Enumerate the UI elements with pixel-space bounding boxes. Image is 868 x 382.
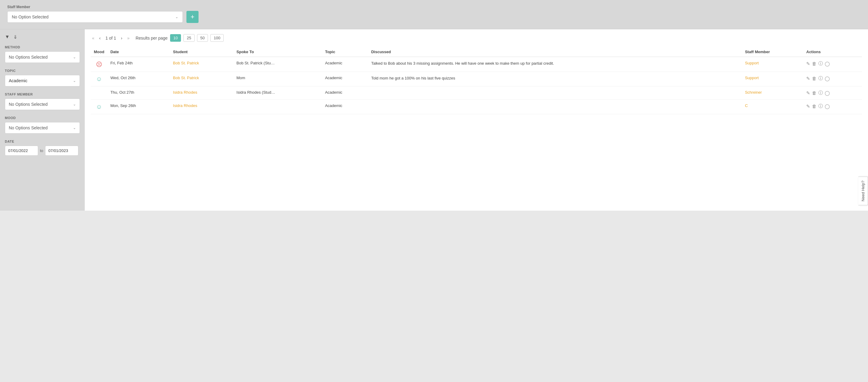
col-spoke-to: Spoke To xyxy=(234,47,322,57)
staff-member-filter: STAFF MEMBER No Options Selected ⌄ xyxy=(5,93,80,110)
mood-placeholder: No Options Selected xyxy=(9,126,48,130)
chevron-down-icon: ⌄ xyxy=(73,126,76,130)
staff-member-select[interactable]: No Option Selected ⌄ xyxy=(7,11,183,23)
mood-cell: ☹ xyxy=(91,57,107,72)
edit-icon[interactable]: ✎ xyxy=(806,104,810,109)
spoke-to-cell: Bob St. Patrick (Stu… xyxy=(234,57,322,72)
contacts-table: Mood Date Student Spoke To Topic Discuss… xyxy=(91,47,862,114)
chevron-down-icon: ⌄ xyxy=(73,102,76,106)
spoke-to-cell: Isidra Rhodes (Stud… xyxy=(234,86,322,100)
chevron-down-icon: ⌄ xyxy=(73,78,76,83)
delete-icon[interactable]: 🗑 xyxy=(812,104,816,109)
topic-cell: Academic xyxy=(322,100,368,114)
download-icon[interactable]: ⇓ xyxy=(13,34,17,40)
add-button[interactable]: + xyxy=(186,11,198,23)
staff-member-link[interactable]: Support xyxy=(745,75,759,80)
need-help-label: Need Help? xyxy=(861,181,865,202)
topic-cell: Academic xyxy=(322,57,368,72)
date-filter: DATE to xyxy=(5,140,80,155)
chevron-down-icon: ⌄ xyxy=(73,55,76,59)
discussed-cell xyxy=(368,86,742,100)
student-cell: Bob St. Patrick xyxy=(170,72,234,86)
staff-member-filter-select[interactable]: No Options Selected ⌄ xyxy=(5,99,80,110)
col-topic: Topic xyxy=(322,47,368,57)
delete-icon[interactable]: 🗑 xyxy=(812,61,816,66)
delete-icon[interactable]: 🗑 xyxy=(812,90,816,96)
info-icon[interactable]: ⓘ xyxy=(818,90,823,96)
col-student: Student xyxy=(170,47,234,57)
info-icon[interactable]: ⓘ xyxy=(818,61,823,67)
content-area: « ‹ 1 of 1 › » Results per page 10 25 50… xyxy=(85,29,868,211)
date-cell: Mon, Sep 26th xyxy=(107,100,170,114)
clock-icon[interactable]: ◯ xyxy=(825,76,830,81)
staff-member-link[interactable]: Support xyxy=(745,61,759,65)
date-from-input[interactable] xyxy=(5,146,38,155)
mood-select[interactable]: No Options Selected ⌄ xyxy=(5,122,80,134)
delete-icon[interactable]: 🗑 xyxy=(812,76,816,81)
date-to-input[interactable] xyxy=(45,146,79,155)
mood-cell: ☺ xyxy=(91,72,107,86)
top-section: Staff Member No Option Selected ⌄ + xyxy=(0,0,868,29)
rpp-100-button[interactable]: 100 xyxy=(210,34,224,42)
edit-icon[interactable]: ✎ xyxy=(806,61,810,67)
sidebar-icons: ▼ ⇓ xyxy=(5,34,80,40)
staff-member-link[interactable]: C xyxy=(745,103,748,108)
mood-label: MOOD xyxy=(5,116,80,120)
topic-select[interactable]: Academic ⌄ xyxy=(5,75,80,86)
discussed-cell xyxy=(368,100,742,114)
mood-cell: ☺ xyxy=(91,100,107,114)
student-link[interactable]: Isidra Rhodes xyxy=(173,103,197,108)
mood-filter: MOOD No Options Selected ⌄ xyxy=(5,116,80,134)
clock-icon[interactable]: ◯ xyxy=(825,104,830,109)
col-mood: Mood xyxy=(91,47,107,57)
clock-icon[interactable]: ◯ xyxy=(825,61,830,67)
topic-label: TOPIC xyxy=(5,69,80,73)
actions-cell: ✎ 🗑 ⓘ ◯ xyxy=(803,100,862,114)
rpp-50-button[interactable]: 50 xyxy=(197,34,208,42)
staff-member-placeholder: No Option Selected xyxy=(12,14,49,19)
staff-member-cell: Support xyxy=(742,57,803,72)
topic-cell: Academic xyxy=(322,72,368,86)
student-link[interactable]: Isidra Rhodes xyxy=(173,90,197,95)
col-discussed: Discussed xyxy=(368,47,742,57)
page-info: 1 of 1 xyxy=(105,36,116,40)
edit-icon[interactable]: ✎ xyxy=(806,90,810,96)
next-page-button[interactable]: › xyxy=(120,35,124,41)
pagination-bar: « ‹ 1 of 1 › » Results per page 10 25 50… xyxy=(91,34,862,42)
mood-cell xyxy=(91,86,107,100)
rpp-10-button[interactable]: 10 xyxy=(170,34,181,42)
filter-icon[interactable]: ▼ xyxy=(5,34,10,40)
last-page-button[interactable]: » xyxy=(126,35,131,41)
discussed-cell: Told mom he got a 100% on his last five … xyxy=(368,72,742,86)
edit-icon[interactable]: ✎ xyxy=(806,76,810,81)
table-row: ☺ Mon, Sep 26th Isidra Rhodes Academic C… xyxy=(91,100,862,114)
actions-cell: ✎ 🗑 ⓘ ◯ xyxy=(803,86,862,100)
prev-page-button[interactable]: ‹ xyxy=(98,35,102,41)
staff-member-link[interactable]: Schreiner xyxy=(745,90,762,95)
col-actions: Actions xyxy=(803,47,862,57)
clock-icon[interactable]: ◯ xyxy=(825,90,830,96)
need-help-tab[interactable]: Need Help? xyxy=(858,177,868,206)
staff-member-cell: Schreiner xyxy=(742,86,803,100)
info-icon[interactable]: ⓘ xyxy=(818,103,823,109)
discussed-cell: Talked to Bob about his 3 missing assign… xyxy=(368,57,742,72)
date-cell: Thu, Oct 27th xyxy=(107,86,170,100)
date-label: DATE xyxy=(5,140,80,143)
topic-value: Academic xyxy=(9,78,27,83)
student-link[interactable]: Bob St. Patrick xyxy=(173,75,199,80)
student-cell: Isidra Rhodes xyxy=(170,86,234,100)
method-filter: METHOD No Options Selected ⌄ xyxy=(5,45,80,63)
first-page-button[interactable]: « xyxy=(91,35,96,41)
info-icon[interactable]: ⓘ xyxy=(818,75,823,81)
table-row: Thu, Oct 27th Isidra Rhodes Isidra Rhode… xyxy=(91,86,862,100)
date-cell: Wed, Oct 26th xyxy=(107,72,170,86)
sidebar: ▼ ⇓ METHOD No Options Selected ⌄ TOPIC A… xyxy=(0,29,85,211)
results-per-page-label: Results per page xyxy=(135,36,168,40)
method-label: METHOD xyxy=(5,45,80,49)
col-staff-member: Staff Member xyxy=(742,47,803,57)
method-select[interactable]: No Options Selected ⌄ xyxy=(5,51,80,63)
rpp-25-button[interactable]: 25 xyxy=(183,34,194,42)
student-cell: Bob St. Patrick xyxy=(170,57,234,72)
student-link[interactable]: Bob St. Patrick xyxy=(173,61,199,65)
mood-happy-icon: ☺ xyxy=(96,103,102,110)
